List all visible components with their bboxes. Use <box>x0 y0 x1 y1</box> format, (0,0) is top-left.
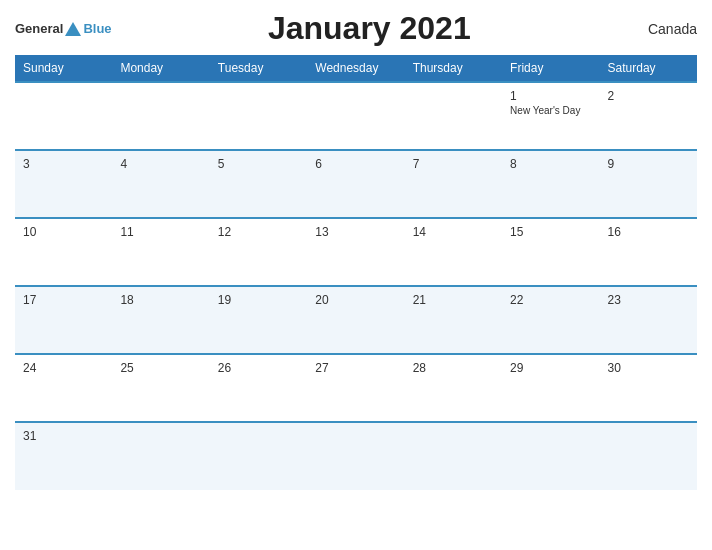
day-cell: 6 <box>307 150 404 218</box>
day-number: 28 <box>413 361 494 375</box>
day-number: 24 <box>23 361 104 375</box>
header-monday: Monday <box>112 55 209 82</box>
day-cell: 28 <box>405 354 502 422</box>
logo-blue-text: Blue <box>83 21 111 36</box>
day-number: 23 <box>608 293 689 307</box>
day-cell: 14 <box>405 218 502 286</box>
calendar-table: Sunday Monday Tuesday Wednesday Thursday… <box>15 55 697 490</box>
day-cell <box>112 82 209 150</box>
day-cell: 18 <box>112 286 209 354</box>
day-number: 21 <box>413 293 494 307</box>
day-number: 17 <box>23 293 104 307</box>
day-number: 1 <box>510 89 591 103</box>
day-number: 16 <box>608 225 689 239</box>
day-cell: 8 <box>502 150 599 218</box>
header-tuesday: Tuesday <box>210 55 307 82</box>
day-number: 2 <box>608 89 689 103</box>
day-number: 13 <box>315 225 396 239</box>
day-cell: 2 <box>600 82 697 150</box>
day-number: 20 <box>315 293 396 307</box>
day-number: 31 <box>23 429 104 443</box>
logo-general-text: General <box>15 21 63 36</box>
day-number: 4 <box>120 157 201 171</box>
day-number: 11 <box>120 225 201 239</box>
day-cell: 9 <box>600 150 697 218</box>
week-row-2: 3456789 <box>15 150 697 218</box>
week-row-4: 17181920212223 <box>15 286 697 354</box>
day-cell: 24 <box>15 354 112 422</box>
day-cell <box>210 82 307 150</box>
day-number: 25 <box>120 361 201 375</box>
calendar-title: January 2021 <box>112 10 627 47</box>
day-number: 14 <box>413 225 494 239</box>
day-cell: 27 <box>307 354 404 422</box>
calendar-container: General Blue January 2021 Canada Sunday … <box>0 0 712 550</box>
day-number: 15 <box>510 225 591 239</box>
day-number: 27 <box>315 361 396 375</box>
day-number: 3 <box>23 157 104 171</box>
day-number: 12 <box>218 225 299 239</box>
day-cell: 26 <box>210 354 307 422</box>
day-cell: 7 <box>405 150 502 218</box>
day-number: 18 <box>120 293 201 307</box>
day-cell: 13 <box>307 218 404 286</box>
day-number: 29 <box>510 361 591 375</box>
day-cell: 21 <box>405 286 502 354</box>
day-number: 6 <box>315 157 396 171</box>
day-number: 26 <box>218 361 299 375</box>
day-cell: 25 <box>112 354 209 422</box>
day-cell: 30 <box>600 354 697 422</box>
day-cell: 23 <box>600 286 697 354</box>
week-row-3: 10111213141516 <box>15 218 697 286</box>
day-cell <box>112 422 209 490</box>
day-number: 30 <box>608 361 689 375</box>
day-number: 19 <box>218 293 299 307</box>
day-cell <box>502 422 599 490</box>
header-friday: Friday <box>502 55 599 82</box>
day-cell <box>600 422 697 490</box>
day-cell <box>15 82 112 150</box>
calendar-header: General Blue January 2021 Canada <box>15 10 697 47</box>
day-cell <box>405 82 502 150</box>
day-number: 7 <box>413 157 494 171</box>
day-cell: 5 <box>210 150 307 218</box>
header-sunday: Sunday <box>15 55 112 82</box>
week-row-5: 24252627282930 <box>15 354 697 422</box>
day-headers-row: Sunday Monday Tuesday Wednesday Thursday… <box>15 55 697 82</box>
day-cell: 11 <box>112 218 209 286</box>
day-cell <box>307 82 404 150</box>
country-label: Canada <box>627 21 697 37</box>
day-cell <box>307 422 404 490</box>
day-number: 8 <box>510 157 591 171</box>
logo-triangle-icon <box>65 22 81 36</box>
day-number: 9 <box>608 157 689 171</box>
day-cell <box>210 422 307 490</box>
day-cell: 16 <box>600 218 697 286</box>
week-row-6: 31 <box>15 422 697 490</box>
day-cell: 19 <box>210 286 307 354</box>
day-cell: 22 <box>502 286 599 354</box>
day-cell: 1New Year's Day <box>502 82 599 150</box>
day-cell: 3 <box>15 150 112 218</box>
day-cell: 31 <box>15 422 112 490</box>
day-number: 5 <box>218 157 299 171</box>
day-cell: 4 <box>112 150 209 218</box>
holiday-label: New Year's Day <box>510 105 591 116</box>
header-saturday: Saturday <box>600 55 697 82</box>
day-cell <box>405 422 502 490</box>
day-number: 10 <box>23 225 104 239</box>
day-cell: 10 <box>15 218 112 286</box>
day-cell: 17 <box>15 286 112 354</box>
logo: General Blue <box>15 21 112 36</box>
day-cell: 12 <box>210 218 307 286</box>
day-cell: 15 <box>502 218 599 286</box>
week-row-1: 1New Year's Day2 <box>15 82 697 150</box>
header-thursday: Thursday <box>405 55 502 82</box>
day-cell: 29 <box>502 354 599 422</box>
header-wednesday: Wednesday <box>307 55 404 82</box>
day-number: 22 <box>510 293 591 307</box>
day-cell: 20 <box>307 286 404 354</box>
